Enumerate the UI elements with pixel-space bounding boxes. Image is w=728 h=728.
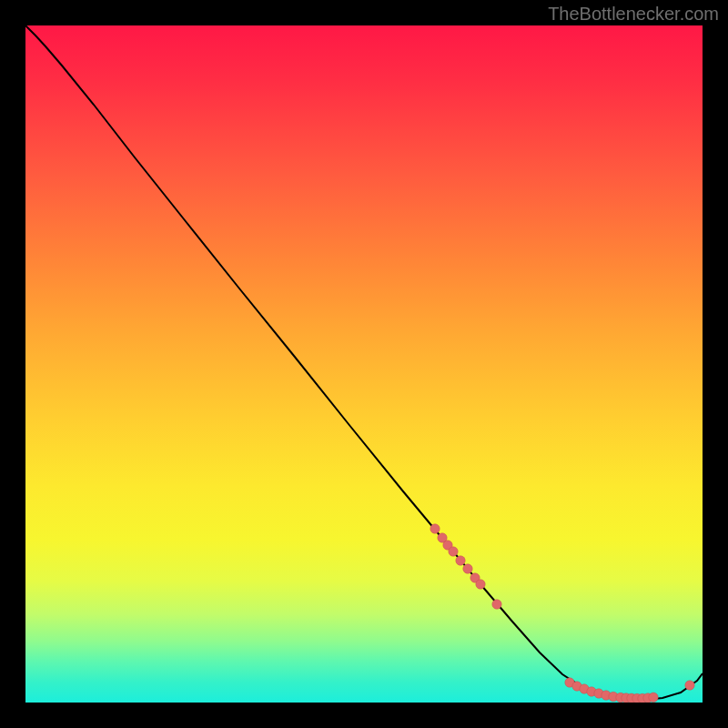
chart-stage: TheBottlenecker.com (0, 0, 728, 728)
bottleneck-curve (25, 25, 703, 700)
data-marker (463, 564, 472, 573)
attribution-text: TheBottlenecker.com (548, 4, 719, 25)
plot-area (25, 25, 703, 703)
data-markers (430, 524, 694, 703)
data-marker (430, 524, 440, 533)
data-marker (649, 693, 658, 702)
data-marker (456, 556, 465, 565)
data-marker (492, 600, 501, 609)
data-marker (685, 681, 694, 690)
data-marker (449, 547, 458, 556)
curve-layer (25, 25, 703, 703)
data-marker (476, 580, 485, 589)
